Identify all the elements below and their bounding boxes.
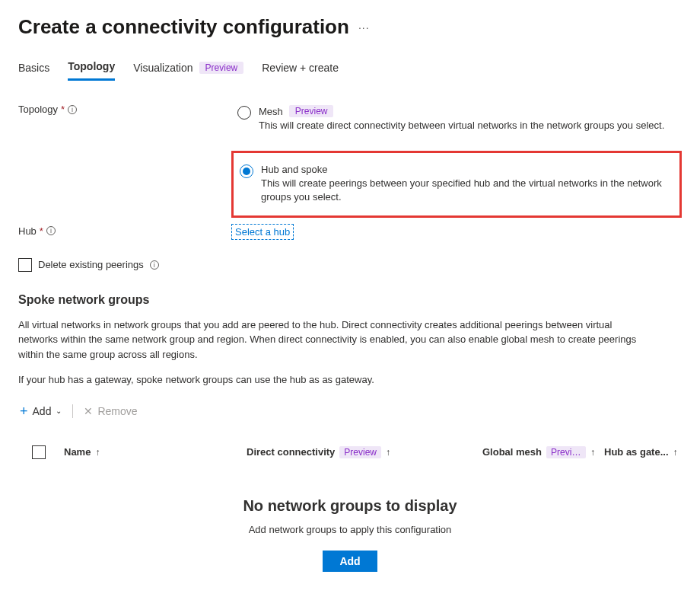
hub-label-text: Hub bbox=[18, 225, 37, 237]
info-icon[interactable]: i bbox=[68, 105, 77, 114]
sort-up-icon: ↑ bbox=[590, 447, 595, 458]
tab-basics[interactable]: Basics bbox=[18, 60, 49, 81]
preview-badge: Preview bbox=[339, 446, 381, 458]
tab-review-create[interactable]: Review + create bbox=[262, 60, 339, 81]
page-title: Create a connectivity configuration bbox=[18, 15, 349, 39]
chevron-down-icon: ⌄ bbox=[56, 407, 62, 415]
empty-state-desc: Add network groups to apply this configu… bbox=[18, 524, 682, 535]
spoke-section-desc2: If your hub has a gateway, spoke network… bbox=[18, 372, 642, 388]
required-indicator: * bbox=[40, 225, 43, 237]
radio-option-hub-spoke[interactable]: Hub and spoke This will create peerings … bbox=[231, 151, 682, 217]
column-direct-label: Direct connectivity bbox=[247, 446, 335, 458]
info-icon[interactable]: i bbox=[150, 260, 159, 270]
empty-state: No network groups to display Add network… bbox=[18, 467, 682, 579]
select-all-checkbox[interactable] bbox=[32, 445, 46, 459]
sort-up-icon: ↑ bbox=[95, 447, 100, 458]
table-header: Name ↑ Direct connectivity Preview ↑ Glo… bbox=[18, 438, 682, 467]
toolbar-divider bbox=[72, 404, 73, 418]
radio-mesh-desc: This will create direct connectivity bet… bbox=[259, 119, 676, 132]
radio-option-mesh[interactable]: Mesh Preview This will create direct con… bbox=[231, 102, 682, 140]
empty-add-button[interactable]: Add bbox=[323, 551, 377, 572]
sort-up-icon: ↑ bbox=[673, 447, 678, 458]
preview-badge: Preview bbox=[289, 105, 334, 117]
spoke-toolbar: + Add ⌄ ✕ Remove bbox=[18, 401, 682, 421]
column-hub-label: Hub as gate... bbox=[604, 446, 669, 458]
column-global-mesh[interactable]: Global mesh Previe... ↑ bbox=[482, 446, 597, 458]
hub-label: Hub * i bbox=[18, 224, 231, 237]
column-direct-connectivity[interactable]: Direct connectivity Preview ↑ bbox=[247, 446, 475, 458]
radio-mesh-label: Mesh bbox=[259, 106, 283, 117]
sort-up-icon: ↑ bbox=[386, 447, 390, 458]
more-icon[interactable]: ··· bbox=[358, 21, 370, 34]
spoke-section-title: Spoke network groups bbox=[18, 293, 682, 307]
spoke-section-desc1: All virtual networks in network groups t… bbox=[18, 318, 642, 362]
add-button[interactable]: + Add ⌄ bbox=[18, 401, 63, 421]
tab-visualization[interactable]: Visualization Preview bbox=[133, 60, 243, 81]
radio-hub-spoke[interactable] bbox=[240, 164, 253, 178]
tab-topology[interactable]: Topology bbox=[68, 60, 115, 81]
empty-state-title: No network groups to display bbox=[18, 497, 682, 515]
required-indicator: * bbox=[61, 104, 65, 115]
select-hub-link[interactable]: Select a hub bbox=[231, 224, 294, 240]
column-global-label: Global mesh bbox=[482, 446, 542, 458]
topology-label: Topology * i bbox=[18, 102, 231, 115]
add-button-label: Add bbox=[33, 405, 52, 417]
radio-hub-spoke-desc: This will create peerings between your s… bbox=[261, 177, 673, 204]
plus-icon: + bbox=[20, 404, 28, 418]
info-icon[interactable]: i bbox=[46, 226, 56, 235]
topology-label-text: Topology bbox=[18, 104, 58, 115]
column-name[interactable]: Name ↑ bbox=[64, 446, 239, 458]
preview-badge: Preview bbox=[199, 62, 244, 74]
delete-peerings-label: Delete existing peerings bbox=[38, 259, 144, 270]
radio-hub-spoke-label: Hub and spoke bbox=[261, 164, 327, 175]
tab-bar: Basics Topology Visualization Preview Re… bbox=[18, 60, 682, 81]
remove-button-label: Remove bbox=[97, 405, 137, 417]
column-hub-as-gateway[interactable]: Hub as gate... ↑ bbox=[604, 446, 682, 458]
remove-button: ✕ Remove bbox=[82, 402, 138, 420]
x-icon: ✕ bbox=[84, 405, 93, 417]
topology-radio-group: Mesh Preview This will create direct con… bbox=[231, 102, 682, 218]
radio-mesh[interactable] bbox=[237, 106, 251, 120]
radio-dot-icon bbox=[243, 168, 250, 175]
tab-visualization-label: Visualization bbox=[133, 62, 192, 74]
preview-badge: Previe... bbox=[546, 446, 586, 458]
delete-peerings-checkbox[interactable] bbox=[18, 258, 32, 272]
column-name-label: Name bbox=[64, 446, 91, 458]
